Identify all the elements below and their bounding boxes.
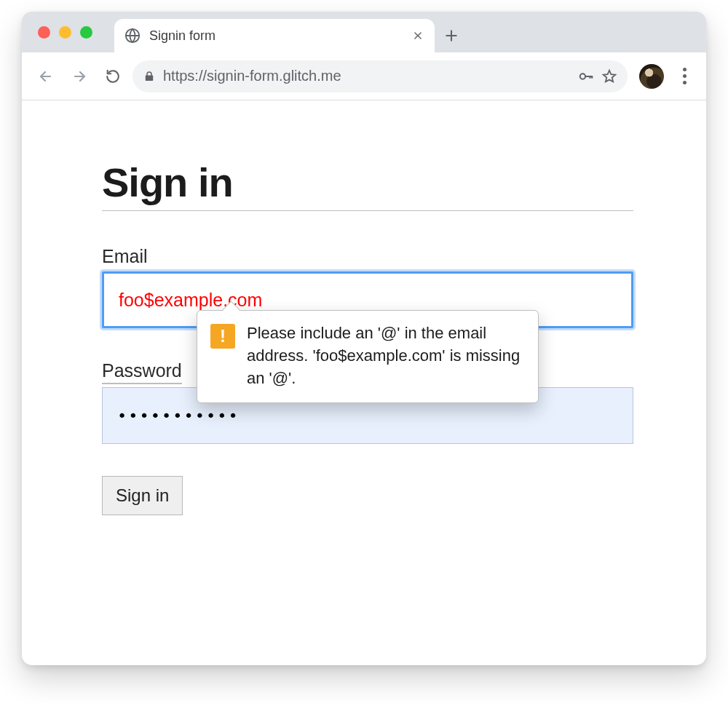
validation-message: Please include an '@' in the email addre…: [247, 322, 523, 389]
profile-avatar[interactable]: [639, 64, 664, 89]
email-field-group: Email ! Please include an '@' in the ema…: [102, 246, 633, 328]
sign-in-button[interactable]: Sign in: [102, 476, 183, 515]
svg-point-1: [580, 74, 585, 79]
page-content: Sign in Email ! Please include an '@' in…: [22, 100, 706, 544]
globe-icon: [124, 28, 141, 44]
window-controls: [38, 26, 92, 39]
tab-strip: Signin form: [22, 12, 706, 52]
browser-window: Signin form: [22, 12, 706, 665]
email-label: Email: [102, 246, 148, 269]
heading-divider: [102, 210, 633, 211]
key-icon[interactable]: [578, 68, 594, 84]
warning-icon: !: [210, 324, 235, 349]
browser-menu-button[interactable]: [673, 68, 696, 84]
new-tab-button[interactable]: [435, 19, 468, 52]
tab-title: Signin form: [149, 28, 411, 44]
lock-icon: [143, 70, 156, 83]
url-text: https://signin-form.glitch.me: [163, 68, 571, 84]
close-window-button[interactable]: [38, 26, 50, 39]
password-label: Password: [102, 360, 182, 384]
forward-button[interactable]: [66, 63, 93, 90]
back-button[interactable]: [32, 63, 60, 90]
close-tab-button[interactable]: [411, 29, 424, 42]
reload-button[interactable]: [99, 63, 127, 90]
address-bar[interactable]: https://signin-form.glitch.me: [132, 60, 628, 92]
browser-tab[interactable]: Signin form: [114, 19, 435, 52]
maximize-window-button[interactable]: [80, 26, 92, 39]
star-icon[interactable]: [601, 68, 617, 84]
browser-toolbar: https://signin-form.glitch.me: [22, 52, 706, 100]
page-title: Sign in: [102, 159, 633, 206]
validation-tooltip: ! Please include an '@' in the email add…: [197, 310, 539, 403]
minimize-window-button[interactable]: [59, 26, 71, 39]
